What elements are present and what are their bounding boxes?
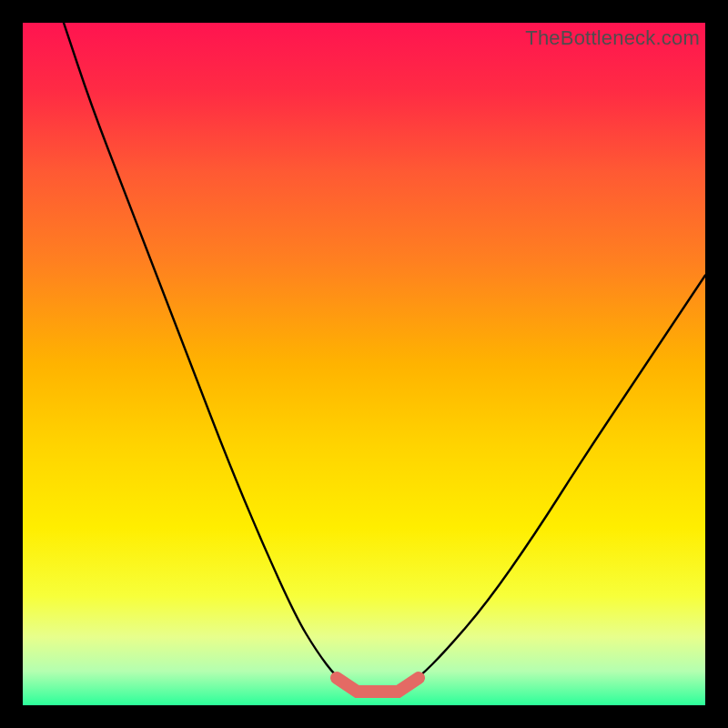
plot-area: TheBottleneck.com (23, 23, 705, 705)
curve-line (64, 23, 705, 692)
curve-highlight (337, 678, 419, 692)
bottleneck-curve (23, 23, 705, 705)
watermark-text: TheBottleneck.com (525, 26, 700, 50)
chart-frame: TheBottleneck.com (0, 0, 728, 728)
